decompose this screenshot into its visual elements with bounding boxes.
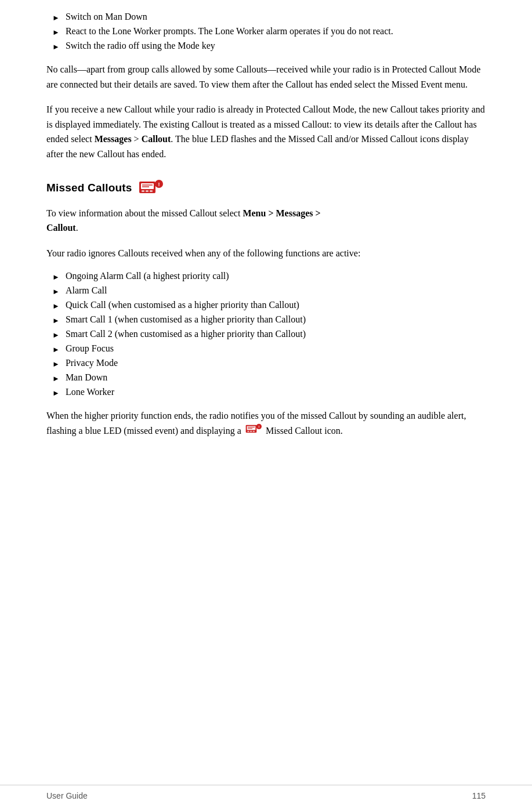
para5-after: Missed Callout icon.	[266, 426, 343, 436]
svg-text:!: !	[158, 182, 160, 187]
list-item: ► Ongoing Alarm Call (a highest priority…	[46, 271, 486, 282]
list-item: ► Group Focus	[46, 343, 486, 354]
missed-callouts-heading: Missed Callouts !	[46, 179, 486, 197]
list-item: ► React to the Lone Worker prompts. The …	[46, 26, 486, 37]
footer-right: 115	[472, 791, 486, 800]
bullet-text: Smart Call 1 (when customised as a highe…	[66, 314, 306, 325]
bullet-arrow-icon: ►	[52, 28, 60, 37]
paragraph-1: No calls—apart from group calls allowed …	[46, 62, 486, 92]
section-heading-text: Missed Callouts	[46, 182, 132, 194]
list-item: ► Quick Call (when customised as a highe…	[46, 300, 486, 311]
bullet-arrow-icon: ►	[52, 13, 60, 23]
svg-rect-13	[247, 431, 249, 432]
page-content: ► Switch on Man Down ► React to the Lone…	[0, 0, 532, 485]
list-item: ► Smart Call 1 (when customised as a hig…	[46, 314, 486, 325]
para3-after: .	[76, 223, 78, 233]
svg-rect-4	[142, 190, 144, 192]
para3-before: To view information about the missed Cal…	[46, 208, 243, 218]
bullet-arrow-icon: ►	[52, 302, 60, 311]
svg-rect-15	[253, 431, 255, 432]
para2-bold1: Messages	[95, 134, 132, 144]
inline-callout-svg: !	[245, 423, 262, 435]
missed-callout-svg-icon: !	[138, 179, 164, 197]
bullet-text: Ongoing Alarm Call (a highest priority c…	[66, 271, 229, 281]
inline-callout-icon: !	[245, 423, 262, 440]
bullet-arrow-icon: ►	[52, 287, 60, 296]
bullet-arrow-icon: ►	[52, 273, 60, 282]
bullet-text: Lone Worker	[66, 387, 114, 397]
bullet-text: Man Down	[66, 372, 107, 383]
para2-bold2: Callout	[142, 134, 171, 144]
list-item: ► Switch the radio off using the Mode ke…	[46, 41, 486, 52]
bullet-text: Smart Call 2 (when customised as a highe…	[66, 329, 306, 339]
svg-rect-5	[146, 190, 149, 192]
svg-rect-6	[150, 190, 153, 192]
para3-bold2: Callout	[46, 223, 76, 233]
bullet-arrow-icon: ►	[52, 42, 60, 52]
bullet-arrow-icon: ►	[52, 331, 60, 340]
list-item: ► Lone Worker	[46, 387, 486, 398]
bullet-text: Quick Call (when customised as a higher …	[66, 300, 299, 310]
svg-text:!: !	[258, 425, 259, 429]
bullet-arrow-icon: ►	[52, 360, 60, 369]
bullet-text: Privacy Mode	[66, 358, 118, 368]
list-item: ► Switch on Man Down	[46, 12, 486, 23]
bullet-text: Switch the radio off using the Mode key	[66, 41, 215, 51]
top-bullet-list: ► Switch on Man Down ► React to the Lone…	[46, 12, 486, 52]
bullet-arrow-icon: ►	[52, 345, 60, 354]
bullet-text: Alarm Call	[66, 285, 107, 296]
paragraph-4: Your radio ignores Callouts received whe…	[46, 246, 486, 261]
bullet-arrow-icon: ►	[52, 316, 60, 325]
paragraph-2: If you receive a new Callout while your …	[46, 102, 486, 161]
list-item: ► Privacy Mode	[46, 358, 486, 369]
bullet-text: Switch on Man Down	[66, 12, 147, 22]
paragraph-5: When the higher priority function ends, …	[46, 408, 486, 440]
svg-rect-1	[141, 183, 154, 189]
svg-rect-14	[250, 431, 252, 432]
page-footer: User Guide 115	[0, 785, 532, 800]
bullet-arrow-icon: ►	[52, 374, 60, 383]
footer-left: User Guide	[46, 791, 88, 800]
list-item: ► Smart Call 2 (when customised as a hig…	[46, 329, 486, 340]
bullet-text: Group Focus	[66, 343, 114, 354]
svg-rect-10	[247, 426, 256, 430]
paragraph-3: To view information about the missed Cal…	[46, 206, 486, 235]
bullet-text: React to the Lone Worker prompts. The Lo…	[66, 26, 393, 37]
list-item: ► Man Down	[46, 372, 486, 383]
para3-bold1: Menu > Messages >	[243, 208, 320, 218]
callout-heading-icon: !	[138, 179, 164, 197]
para2-mid: >	[132, 134, 142, 144]
bullet-arrow-icon: ►	[52, 389, 60, 398]
list-item: ► Alarm Call	[46, 285, 486, 296]
active-bullets-list: ► Ongoing Alarm Call (a highest priority…	[46, 271, 486, 398]
